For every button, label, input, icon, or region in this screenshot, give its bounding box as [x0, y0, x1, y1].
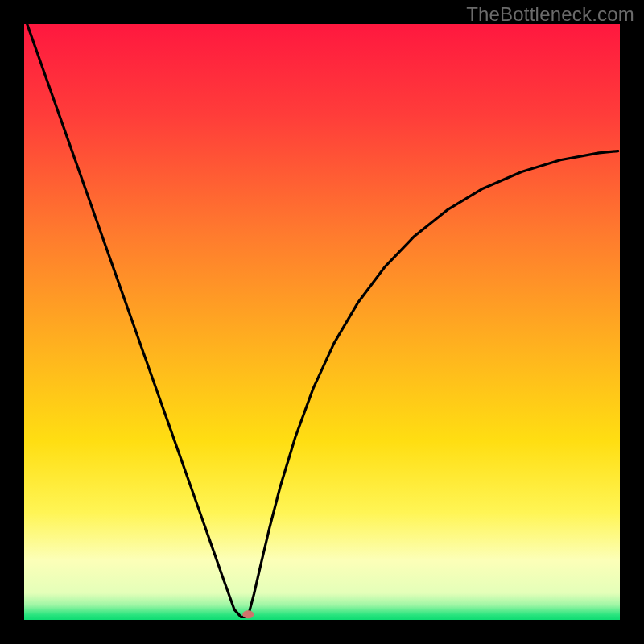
- chart-frame: TheBottleneck.com: [0, 0, 644, 644]
- plot-area: [24, 24, 620, 620]
- gradient-background: [24, 24, 620, 620]
- chart-svg: [24, 24, 620, 620]
- minimum-marker: [242, 610, 254, 618]
- watermark-text: TheBottleneck.com: [466, 3, 634, 26]
